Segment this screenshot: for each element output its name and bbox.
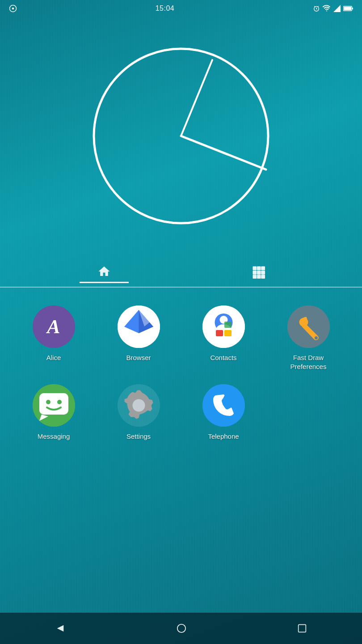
alarm-icon <box>313 5 320 12</box>
target-icon <box>9 4 17 13</box>
apps-tab[interactable] <box>234 262 283 282</box>
svg-point-42 <box>177 624 185 632</box>
home-icon <box>97 265 111 278</box>
back-button[interactable] <box>55 623 65 633</box>
app-browser[interactable]: Browser <box>98 305 179 371</box>
svg-rect-36 <box>39 393 68 415</box>
alice-label: Alice <box>46 353 61 362</box>
svg-rect-17 <box>261 266 265 270</box>
clock-face <box>87 42 275 230</box>
telephone-label: Telephone <box>208 432 239 441</box>
messaging-icon <box>33 384 75 427</box>
svg-line-13 <box>181 136 266 169</box>
svg-point-38 <box>57 400 62 404</box>
svg-rect-10 <box>344 7 351 10</box>
svg-marker-41 <box>57 625 64 632</box>
svg-rect-19 <box>257 270 261 274</box>
svg-rect-31 <box>224 322 232 328</box>
status-right <box>313 4 353 13</box>
svg-rect-23 <box>261 275 265 279</box>
dock-tabs <box>0 257 362 288</box>
status-left <box>9 4 17 13</box>
contacts-label: Contacts <box>210 353 236 362</box>
svg-point-39 <box>132 399 145 412</box>
svg-point-37 <box>46 400 51 404</box>
wifi-icon <box>323 4 331 13</box>
svg-rect-15 <box>253 266 257 270</box>
status-bar: 15:04 <box>0 0 362 15</box>
telephone-icon <box>202 384 245 427</box>
app-settings[interactable]: Settings <box>98 384 179 441</box>
app-grid: A Alice Browser <box>0 288 362 450</box>
svg-line-5 <box>314 6 315 7</box>
app-contacts[interactable]: Contacts <box>183 305 264 371</box>
svg-rect-30 <box>224 330 232 336</box>
signal-icon <box>333 5 341 12</box>
svg-marker-8 <box>333 5 341 12</box>
svg-line-14 <box>181 60 212 136</box>
contacts-icon <box>202 305 245 348</box>
browser-label: Browser <box>126 353 151 362</box>
svg-rect-18 <box>253 270 257 274</box>
svg-rect-20 <box>261 270 265 274</box>
svg-point-7 <box>326 10 327 11</box>
fastdraw-label: Fast Draw Preferences <box>286 353 331 371</box>
svg-rect-29 <box>216 330 223 336</box>
status-time: 15:04 <box>156 4 175 13</box>
clock-widget <box>0 15 362 257</box>
svg-rect-11 <box>352 8 353 9</box>
settings-label: Settings <box>126 432 151 441</box>
battery-icon <box>343 5 353 12</box>
app-messaging[interactable]: Messaging <box>13 384 94 441</box>
svg-point-40 <box>202 384 245 427</box>
svg-rect-22 <box>257 275 261 279</box>
svg-rect-21 <box>253 275 257 279</box>
svg-rect-16 <box>257 266 261 270</box>
home-button[interactable] <box>177 623 186 633</box>
messaging-label: Messaging <box>38 432 70 441</box>
app-fastdraw[interactable]: Fast Draw Preferences <box>268 305 349 371</box>
settings-icon <box>118 384 160 427</box>
svg-point-1 <box>12 8 14 10</box>
svg-line-6 <box>318 6 319 7</box>
grid-icon <box>252 265 265 279</box>
home-tab[interactable] <box>80 261 129 283</box>
svg-rect-43 <box>298 625 306 632</box>
browser-icon <box>118 305 160 348</box>
app-alice[interactable]: A Alice <box>13 305 94 371</box>
alice-icon: A <box>33 305 75 348</box>
system-nav-bar <box>0 613 362 644</box>
app-telephone[interactable]: Telephone <box>183 384 264 441</box>
svg-point-34 <box>315 336 318 339</box>
fastdraw-icon <box>287 305 330 348</box>
recents-button[interactable] <box>298 624 307 633</box>
